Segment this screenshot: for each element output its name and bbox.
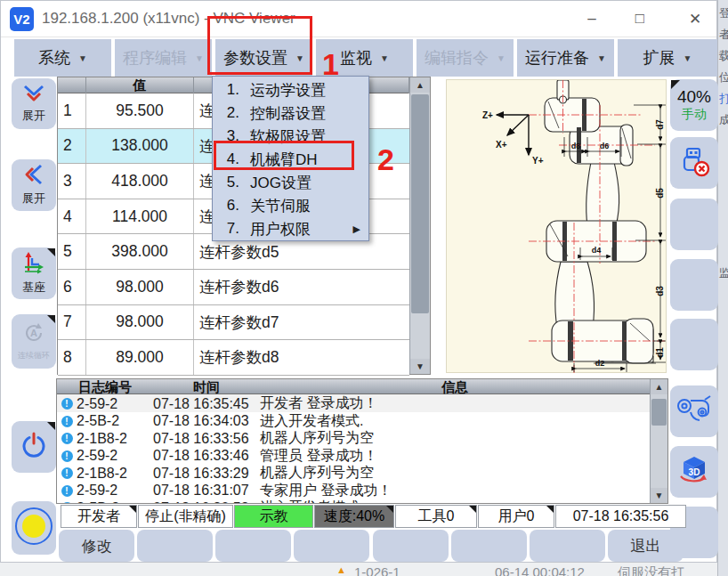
usb-disconnected-icon <box>678 145 710 181</box>
info-icon: ! <box>61 416 73 427</box>
footer-empty-button[interactable] <box>215 530 291 562</box>
scroll-up-icon[interactable]: ▲ <box>651 379 667 394</box>
log-row-partial[interactable]: !2-5B-207-18 16:30:52进入开发者模式. <box>57 499 650 504</box>
corner-triangle-icon <box>129 506 136 513</box>
menu-item-joint-servo[interactable]: 6.关节伺服 <box>213 194 368 217</box>
status-lamp-button[interactable] <box>12 501 56 555</box>
gamepad-button[interactable] <box>670 385 718 437</box>
sidebar-empty-button[interactable] <box>670 259 718 311</box>
dim-d4-label: d4 <box>592 246 602 255</box>
usb-status-button[interactable] <box>670 137 718 189</box>
power-button[interactable] <box>12 421 56 473</box>
row-value: 398.000 <box>86 234 194 269</box>
close-button[interactable]: ✕ <box>679 6 711 31</box>
modify-button[interactable]: 修改 <box>59 530 134 562</box>
expand-left-button[interactable]: 展开 <box>12 159 56 211</box>
table-row[interactable]: 698.000连杆参数d6 <box>58 270 409 305</box>
base-label: 基座 <box>22 280 45 296</box>
menu-system[interactable]: 系统▼ <box>14 39 111 77</box>
status-speed[interactable]: 速度:40% <box>314 505 394 528</box>
log-id: 2-5B-2 <box>77 413 153 429</box>
scroll-up-icon[interactable]: ▲ <box>410 77 430 93</box>
item-label: 机械臂DH <box>250 150 318 170</box>
view-3d-button[interactable]: 3D <box>670 446 718 498</box>
status-user[interactable]: 开发者 <box>61 505 137 528</box>
menu-extension[interactable]: 扩展▼ <box>618 39 717 77</box>
log-time: 07-18 16:33:29 <box>153 466 260 482</box>
status-motion-state[interactable]: 停止(非精确) <box>138 505 233 528</box>
log-row[interactable]: !2-1B8-207-18 16:33:29机器人序列号为空 <box>57 464 650 482</box>
footer-empty-button[interactable] <box>294 530 369 562</box>
table-scrollbar[interactable]: ▲ ▼ <box>409 77 430 374</box>
gamepad-icon <box>675 393 714 430</box>
table-row[interactable]: 889.000连杆参数d8 <box>58 340 409 376</box>
menu-run-prepare[interactable]: 运行准备▼ <box>517 39 614 77</box>
scrollbar-thumb[interactable] <box>411 94 429 313</box>
status-tool[interactable]: 工具0 <box>395 505 477 528</box>
row-index: 7 <box>58 305 86 340</box>
expand-down-button[interactable]: 展开 <box>12 78 56 129</box>
footer-empty-button[interactable] <box>451 530 527 562</box>
menu-monitor[interactable]: 监视▼ <box>316 39 413 77</box>
log-scrollbar[interactable]: ▲ ▼ <box>650 379 667 503</box>
footer-empty-button[interactable] <box>373 530 449 562</box>
menu-label: 扩展 <box>643 47 675 69</box>
log-row[interactable]: !2-1B8-207-18 16:33:56机器人序列号为空 <box>57 429 650 447</box>
info-icon: ! <box>61 467 73 479</box>
log-id: 2-1B8-2 <box>77 466 153 482</box>
parameter-settings-dropdown: 1.运动学设置 2.控制器设置 3.软极限设置 4.机械臂DH 5.JOG设置 … <box>212 76 369 241</box>
base-frame-button[interactable]: 基座 <box>12 247 56 299</box>
loop-a-icon: A <box>22 321 45 348</box>
power-icon <box>20 432 47 462</box>
footer-empty-button[interactable] <box>530 530 605 562</box>
menu-item-soft-limit[interactable]: 3.软极限设置 <box>213 125 368 148</box>
menu-item-user-rights[interactable]: 7.用户权限▶ <box>213 217 368 240</box>
log-id: 2-1B8-2 <box>77 431 153 447</box>
status-speed-label: 速度:40% <box>324 507 384 526</box>
menu-label: 程序编辑 <box>123 47 187 69</box>
expand-label: 展开 <box>22 108 45 124</box>
double-chevron-down-icon <box>22 85 45 106</box>
item-number: 3. <box>213 127 239 145</box>
status-motion-label: 停止(非精确) <box>145 507 226 526</box>
status-teach-mode[interactable]: 示教 <box>234 505 313 528</box>
menu-label: 参数设置 <box>223 47 287 69</box>
menu-item-controller[interactable]: 2.控制器设置 <box>213 101 368 125</box>
log-row[interactable]: !2-59-207-18 16:31:07专家用户 登录成功！ <box>57 482 650 499</box>
background-window-bottom: ▲ 1-026-1 06-14 00:04:12 伺服没有打 <box>0 563 717 576</box>
status-user-frame[interactable]: 用户0 <box>478 505 554 528</box>
speed-mode-button[interactable]: 40% 手动 <box>670 79 718 131</box>
menu-item-kinematics[interactable]: 1.运动学设置 <box>213 78 368 101</box>
row-desc: 连杆参数d8 <box>194 340 409 375</box>
scroll-down-icon[interactable]: ▼ <box>651 488 667 503</box>
table-row[interactable]: 798.000连杆参数d7 <box>58 305 409 341</box>
corner-triangle-icon <box>47 248 55 256</box>
exit-button[interactable]: 退出 <box>608 530 684 562</box>
warning-icon: ▲ <box>336 564 346 575</box>
footer-empty-button[interactable] <box>137 530 213 562</box>
status-user-label: 开发者 <box>77 507 120 526</box>
sidebar-empty-button[interactable] <box>670 199 718 250</box>
vnc-viewer-window: V2 192.168.1.200 (x11vnc) - VNC Viewer –… <box>0 0 717 563</box>
log-row[interactable]: !2-59-207-18 16:33:46管理员 登录成功！ <box>57 447 650 465</box>
maximize-button[interactable]: □ <box>624 6 656 31</box>
item-label: 关节伺服 <box>250 196 311 216</box>
sidebar-empty-button[interactable] <box>670 319 718 370</box>
log-info: 进入开发者模式. <box>260 412 650 431</box>
log-row[interactable]: !2-5B-207-18 16:34:03进入开发者模式. <box>57 412 650 430</box>
row-index: 6 <box>58 270 86 304</box>
corner-triangle-icon <box>546 506 554 513</box>
dim-d1-label: d1 <box>655 347 665 358</box>
item-label: JOG设置 <box>250 173 311 193</box>
continuous-loop-button: A 连续循环 <box>12 314 56 369</box>
minimize-button[interactable]: – <box>576 6 608 31</box>
menu-item-jog[interactable]: 5.JOG设置 <box>213 171 368 194</box>
menu-label: 监视 <box>340 47 372 69</box>
scroll-down-icon[interactable]: ▼ <box>410 359 430 374</box>
row-desc: 连杆参数d7 <box>194 305 409 340</box>
scrollbar-thumb[interactable] <box>651 399 667 426</box>
item-number: 6. <box>213 197 239 215</box>
log-row[interactable]: !2-59-207-18 16:35:45开发者 登录成功！ <box>57 394 650 412</box>
menu-parameter-settings[interactable]: 参数设置▼ <box>215 39 312 77</box>
menu-item-arm-dh[interactable]: 4.机械臂DH <box>213 148 368 171</box>
